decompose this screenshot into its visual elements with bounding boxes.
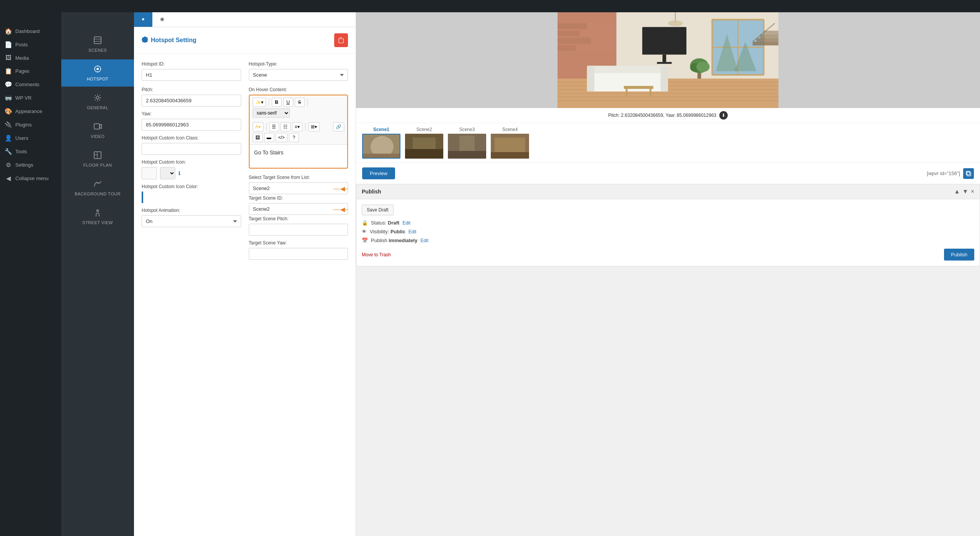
visibility-edit-link[interactable]: Edit bbox=[408, 229, 416, 234]
publish-time-edit-link[interactable]: Edit bbox=[420, 238, 428, 243]
tab-second[interactable]: ◉ bbox=[152, 12, 172, 27]
svg-rect-17 bbox=[580, 31, 616, 36]
room-preview-container bbox=[356, 12, 980, 108]
target-scene-id-input[interactable] bbox=[249, 203, 348, 215]
preview-button[interactable]: Preview bbox=[362, 167, 395, 179]
sidebar-item-collapse[interactable]: ◀ Collapse menu bbox=[0, 172, 61, 185]
calendar-icon: 📅 bbox=[362, 238, 368, 243]
sidebar-item-street-view[interactable]: STREET VIEW bbox=[61, 203, 134, 230]
sidebar-item-settings[interactable]: ⚙ Settings bbox=[0, 158, 61, 172]
sidebar-item-dashboard[interactable]: 🏠 Dashboard bbox=[0, 25, 61, 38]
scene-thumb-4[interactable]: Scene4 bbox=[491, 127, 529, 159]
publish-close-button[interactable]: × bbox=[971, 188, 974, 195]
yaw-input[interactable] bbox=[142, 119, 241, 131]
settings-body: Hotspot ID: Hotspot-Type: Scene URL Text… bbox=[134, 54, 356, 274]
help-button[interactable]: ? bbox=[289, 133, 299, 142]
sidebar-item-floor-plan[interactable]: FLOOR PLAN bbox=[61, 146, 134, 173]
scene-thumb-2[interactable]: Scene2 bbox=[405, 127, 443, 159]
sidebar-item-wp-vr[interactable]: 🥽 WP VR bbox=[0, 91, 61, 105]
sidebar-item-users[interactable]: 👤 Users bbox=[0, 131, 61, 145]
svg-rect-69 bbox=[967, 172, 971, 176]
scene1-image bbox=[362, 134, 400, 159]
custom-icon-wrapper: ℹ bbox=[142, 167, 241, 179]
scene3-image bbox=[448, 134, 486, 159]
text-color-button[interactable]: A▾ bbox=[253, 122, 263, 131]
bullet-list-button[interactable]: ☰ bbox=[269, 122, 279, 131]
scene-thumb-3[interactable]: Scene3 bbox=[448, 127, 486, 159]
sidebar-item-tools[interactable]: 🔧 Tools bbox=[0, 145, 61, 158]
publish-collapse-up-button[interactable]: ▲ bbox=[954, 188, 960, 195]
hotspot-id-input[interactable] bbox=[142, 69, 241, 81]
move-to-trash-link[interactable]: Move to Trash bbox=[362, 252, 391, 257]
table-button[interactable]: ⊞▾ bbox=[308, 122, 320, 131]
sidebar-item-pages[interactable]: 📋 Pages bbox=[0, 64, 61, 78]
publish-time-label: Publish immediately bbox=[371, 238, 417, 243]
sidebar-item-background-tour[interactable]: BACKGROUND TOUR bbox=[61, 174, 134, 202]
publish-header: Publish ▲ ▼ × bbox=[356, 184, 980, 199]
visibility-label: Visibility: Public bbox=[370, 229, 405, 234]
pitch-input[interactable] bbox=[142, 95, 241, 107]
sidebar-item-scenes[interactable]: SCENES bbox=[61, 31, 134, 58]
video-icon bbox=[93, 122, 102, 133]
scene-thumb-1[interactable]: Scene1 bbox=[362, 127, 400, 159]
publish-collapse-down-button[interactable]: ▼ bbox=[962, 188, 969, 195]
font-family-select[interactable]: sans-serif serif monospace bbox=[253, 108, 290, 118]
strikethrough-button[interactable]: S bbox=[295, 98, 305, 107]
target-scene-list-label: Select Target Scene from List: bbox=[249, 175, 348, 180]
download-pitch-yaw-button[interactable]: ⬇ bbox=[719, 111, 728, 120]
publish-footer: Move to Trash Publish bbox=[362, 249, 974, 261]
editor-content[interactable]: Go To Stairs bbox=[250, 145, 348, 168]
bold-button[interactable]: B bbox=[272, 98, 282, 107]
animation-select[interactable]: On Off bbox=[142, 215, 241, 227]
target-scene-pitch-input[interactable] bbox=[249, 224, 348, 236]
sidebar-item-general[interactable]: GENERAL bbox=[61, 88, 134, 115]
background-tour-icon bbox=[93, 180, 102, 190]
comments-icon: 💬 bbox=[5, 81, 12, 88]
pitch-label: Pitch: bbox=[142, 87, 241, 92]
visibility-icon: 👁 bbox=[362, 229, 367, 234]
image-button[interactable]: 🖼 bbox=[253, 133, 263, 142]
sidebar-item-appearance[interactable]: 🎨 Appearance bbox=[0, 105, 61, 118]
custom-icon-class-input[interactable] bbox=[142, 143, 241, 155]
general-icon bbox=[93, 93, 102, 104]
align-button[interactable]: ≡▾ bbox=[292, 122, 302, 131]
status-edit-link[interactable]: Edit bbox=[402, 220, 410, 226]
svg-point-10 bbox=[97, 182, 98, 184]
sidebar-item-comments[interactable]: 💬 Comments bbox=[0, 78, 61, 91]
collapse-icon: ◀ bbox=[5, 175, 12, 182]
publish-button[interactable]: Publish bbox=[944, 249, 974, 261]
info-icon[interactable]: ℹ bbox=[178, 170, 180, 176]
scene3-label: Scene3 bbox=[459, 127, 475, 132]
svg-rect-45 bbox=[650, 89, 652, 96]
custom-icon-select[interactable] bbox=[160, 167, 175, 179]
svg-rect-53 bbox=[764, 31, 778, 34]
media-button[interactable]: ▬ bbox=[264, 133, 274, 142]
separator-4 bbox=[305, 123, 305, 131]
target-scene-yaw-input[interactable] bbox=[249, 248, 348, 260]
sidebar-item-video[interactable]: VIDEO bbox=[61, 117, 134, 144]
animation-label: Hotspot Animation: bbox=[142, 208, 241, 213]
hotspot-id-label: Hotspot ID: bbox=[142, 61, 241, 67]
delete-hotspot-button[interactable] bbox=[334, 33, 348, 47]
tab-active[interactable]: ● bbox=[134, 12, 152, 27]
sidebar-item-media[interactable]: 🖼 Media bbox=[0, 51, 61, 64]
sidebar-item-plugins[interactable]: 🔌 Plugins bbox=[0, 118, 61, 131]
svg-rect-21 bbox=[576, 46, 617, 51]
link-button[interactable]: 🔗 bbox=[333, 122, 344, 131]
svg-point-56 bbox=[668, 20, 683, 26]
settings-panel: ● ◉ Hotspot Setting bbox=[134, 12, 356, 536]
copy-shortcode-button[interactable] bbox=[963, 168, 974, 179]
plugins-icon: 🔌 bbox=[5, 121, 12, 128]
sidebar-item-hotspot[interactable]: HOTSPOT bbox=[61, 59, 134, 87]
underline-button[interactable]: U bbox=[283, 98, 293, 107]
numbered-list-button[interactable]: ☷ bbox=[281, 122, 291, 131]
code-button[interactable]: </> bbox=[276, 133, 287, 142]
svg-rect-15 bbox=[587, 23, 616, 29]
sidebar-item-posts[interactable]: 📄 Posts bbox=[0, 38, 61, 51]
save-draft-button[interactable]: Save Draft bbox=[362, 205, 394, 215]
target-scene-select[interactable]: Scene2 Scene1 Scene3 Scene4 bbox=[249, 182, 348, 194]
magic-wand-button[interactable]: ✨▾ bbox=[253, 98, 266, 107]
hotspot-id-type-row: Hotspot ID: Hotspot-Type: Scene URL Text… bbox=[142, 61, 348, 81]
publish-title: Publish bbox=[362, 189, 381, 195]
hotspot-type-select[interactable]: Scene URL Text Image bbox=[249, 69, 348, 81]
